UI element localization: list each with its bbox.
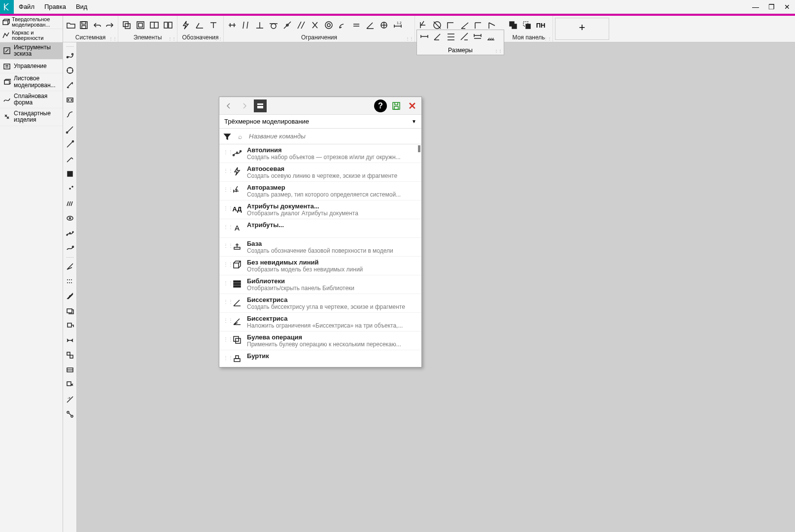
vtool1-icon[interactable]	[64, 49, 76, 63]
element1-icon[interactable]	[120, 19, 133, 32]
close-button[interactable]: ✕	[779, 0, 795, 14]
dimrow6-icon[interactable]	[484, 30, 497, 43]
dimrow4-icon[interactable]	[458, 30, 471, 43]
dimrow2-icon[interactable]	[431, 30, 444, 43]
dialog-help-icon[interactable]: ?	[374, 100, 387, 112]
vtool10-icon[interactable]	[64, 182, 76, 196]
sidebar-management[interactable]: Управление	[0, 60, 63, 73]
fix-icon[interactable]	[378, 19, 390, 32]
cat-solid[interactable]: Твердотельное моделирован...	[0, 16, 63, 29]
dimrow3-icon[interactable]	[445, 30, 457, 43]
command-desc: Создать осевую линию в чертеже, эскизе и…	[247, 172, 417, 179]
dialog-back-icon[interactable]	[222, 100, 235, 112]
element2-icon[interactable]	[134, 19, 147, 32]
dimrow5-icon[interactable]	[471, 30, 484, 43]
minimize-button[interactable]: —	[748, 0, 763, 14]
horiz-icon[interactable]	[226, 19, 239, 32]
drag-handle[interactable]: ⋯⋯	[63, 44, 76, 48]
redo-icon[interactable]	[104, 19, 116, 32]
canvas-area[interactable]	[77, 42, 795, 532]
maximize-button[interactable]: ❐	[763, 0, 779, 14]
dim-constraint-icon[interactable]: 1.2	[391, 19, 404, 32]
vtool11-icon[interactable]	[64, 197, 76, 210]
command-desc: Создать обозначение базовой поверхности …	[247, 247, 417, 254]
arc-constraint-icon[interactable]	[336, 19, 349, 32]
element3-icon[interactable]	[148, 19, 161, 32]
equal-icon[interactable]	[350, 19, 363, 32]
command-item[interactable]: ⋮⋮ А Атрибуты...	[219, 219, 421, 238]
vtool16-icon[interactable]	[64, 274, 76, 288]
vtool2-icon[interactable]	[64, 64, 76, 77]
dialog-close-icon[interactable]: ✕	[406, 100, 418, 112]
command-item[interactable]: ⋮⋮ Библиотеки Отобразить/скрыть панель Б…	[219, 275, 421, 294]
vtool8-icon[interactable]	[64, 152, 76, 166]
dialog-mode-selector[interactable]: Трёхмерное моделирование ▼	[219, 115, 421, 129]
paste-icon[interactable]	[520, 19, 533, 32]
vtool22-icon[interactable]	[64, 363, 76, 377]
vtool18-icon[interactable]	[64, 304, 76, 318]
vtool24-icon[interactable]: -x	[64, 393, 76, 406]
vtool19-icon[interactable]	[64, 319, 76, 332]
menu-edit[interactable]: Правка	[39, 3, 71, 10]
filter-icon[interactable]	[219, 133, 235, 140]
command-item[interactable]: ⋮⋮ Авторазмер Создать размер, тип которо…	[219, 182, 421, 200]
toolbar-add[interactable]: +	[555, 18, 609, 40]
vtool17-icon[interactable]	[64, 289, 76, 303]
vtool13-icon[interactable]	[64, 226, 76, 240]
coincident-icon[interactable]	[281, 19, 294, 32]
command-item[interactable]: ⋮⋮ Биссектриса Наложить ограничения «Бис…	[219, 313, 421, 332]
command-search-input[interactable]	[249, 133, 421, 140]
surface-icon[interactable]	[193, 19, 206, 32]
cat-wireframe[interactable]: Каркас и поверхности	[0, 29, 63, 42]
vtool9-icon[interactable]	[64, 167, 76, 181]
tangent-icon[interactable]	[267, 19, 280, 32]
open-icon[interactable]	[65, 19, 77, 32]
dialog-save-icon[interactable]	[390, 100, 403, 112]
vtool25-icon[interactable]	[64, 407, 76, 421]
vtool5-icon[interactable]	[64, 108, 76, 122]
command-item[interactable]: ⋮⋮ База Создать обозначение базовой пове…	[219, 238, 421, 257]
command-item[interactable]: ⋮⋮ Автолиния Создать набор объектов — от…	[219, 144, 421, 163]
undo-icon[interactable]	[91, 19, 103, 32]
vtool3-icon[interactable]	[64, 78, 76, 92]
command-item[interactable]: ⋮⋮ АД Атрибуты документа... Отобразить д…	[219, 200, 421, 219]
dialog-forward-icon[interactable]	[238, 100, 251, 112]
vtool4-icon[interactable]	[64, 93, 76, 107]
vtool15-icon[interactable]	[64, 260, 76, 273]
sidebar-sketch-tools[interactable]: Инструменты эскиза	[0, 42, 63, 60]
vtool14-icon[interactable]	[64, 241, 76, 255]
symmetric-icon[interactable]	[309, 19, 321, 32]
parallel-icon[interactable]	[240, 19, 252, 32]
sidebar-sheet[interactable]: Листовое моделирован...	[0, 73, 63, 91]
save-icon[interactable]	[78, 19, 90, 32]
command-item[interactable]: ⋮⋮ Биссектриса Создать биссектрису угла …	[219, 294, 421, 313]
pn-icon[interactable]: ПН	[534, 19, 547, 32]
bolt-icon[interactable]	[179, 19, 192, 32]
dialog-panel-icon[interactable]	[254, 100, 267, 112]
element4-icon[interactable]	[162, 19, 174, 32]
perp-icon[interactable]	[253, 19, 266, 32]
vtool21-icon[interactable]	[64, 348, 76, 362]
vtool7-icon[interactable]	[64, 137, 76, 151]
text-icon[interactable]	[207, 19, 220, 32]
scrollbar-thumb[interactable]	[418, 145, 420, 152]
command-item[interactable]: ⋮⋮ Автоосевая Создать осевую линию в чер…	[219, 163, 421, 182]
dimrow1-icon[interactable]	[418, 30, 431, 43]
concentric-icon[interactable]	[322, 19, 335, 32]
vtool12-icon[interactable]	[64, 211, 76, 225]
sidebar-spline[interactable]: Сплайновая форма	[0, 91, 63, 108]
drag-handle2[interactable]: ⋯⋯	[63, 255, 76, 259]
vtool20-icon[interactable]	[64, 333, 76, 347]
menu-view[interactable]: Вид	[71, 3, 93, 10]
command-item[interactable]: ⋮⋮ Булева операция Применить булеву опер…	[219, 332, 421, 350]
sidebar-standard[interactable]: Стандартные изделия	[0, 108, 63, 126]
vtool6-icon[interactable]	[64, 123, 76, 136]
vtool23-icon[interactable]	[64, 378, 76, 392]
toolbar-row: Твердотельное моделирован... Каркас и по…	[0, 16, 795, 42]
command-item[interactable]: ⋮⋮ Буртик	[219, 350, 421, 367]
command-item[interactable]: ⋮⋮ Без невидимых линий Отобразить модель…	[219, 257, 421, 275]
angle-constraint-icon[interactable]	[364, 19, 377, 32]
menu-file[interactable]: Файл	[14, 3, 39, 10]
collinear-icon[interactable]	[295, 19, 308, 32]
copy-icon[interactable]	[507, 19, 519, 32]
